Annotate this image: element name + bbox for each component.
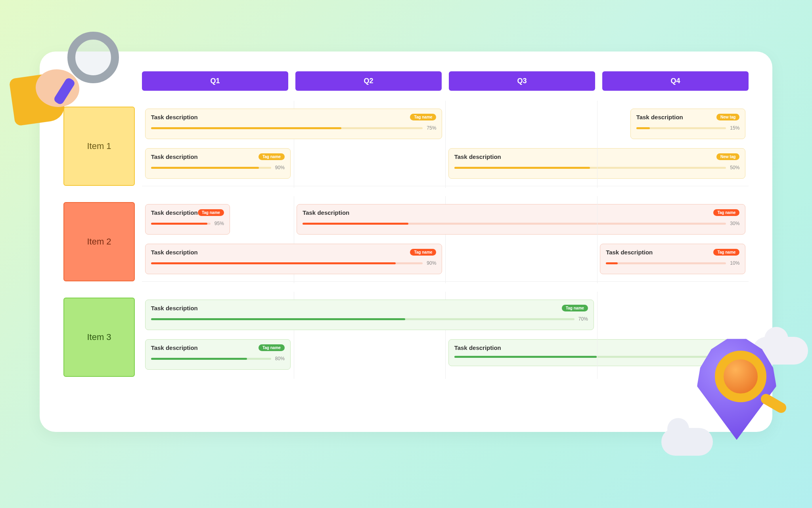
task-title: Task description bbox=[151, 114, 198, 120]
map-pin-magnifier-illustration bbox=[661, 325, 804, 460]
task-card[interactable]: Task descriptionTag name 70% bbox=[145, 300, 594, 330]
column-header-q4[interactable]: Q4 bbox=[602, 71, 749, 91]
progress-track bbox=[151, 167, 271, 169]
progress-fill bbox=[151, 127, 341, 129]
task-card[interactable]: Task descriptionTag name 30% bbox=[297, 204, 745, 235]
progress-percent: 30% bbox=[730, 221, 739, 226]
progress-track bbox=[151, 318, 575, 320]
progress-percent: 75% bbox=[427, 125, 436, 131]
task-tag: New tag bbox=[716, 114, 739, 120]
row-label-item-2[interactable]: Item 2 bbox=[63, 202, 135, 281]
task-tag: Tag name bbox=[713, 249, 739, 256]
progress-track bbox=[151, 262, 423, 264]
progress-percent: 80% bbox=[275, 356, 285, 361]
task-title: Task description bbox=[454, 153, 501, 160]
progress-fill bbox=[454, 356, 597, 358]
progress-percent: 90% bbox=[427, 260, 436, 266]
task-title: Task description bbox=[151, 153, 198, 160]
progress-fill bbox=[151, 223, 208, 225]
task-card[interactable]: Task descriptionNew tag 15% bbox=[630, 109, 746, 139]
column-header-q1[interactable]: Q1 bbox=[142, 71, 288, 91]
task-tag: Tag name bbox=[713, 209, 739, 216]
progress-percent: 95% bbox=[214, 221, 224, 226]
progress-fill bbox=[303, 223, 408, 225]
progress-track bbox=[151, 358, 271, 360]
task-title: Task description bbox=[303, 209, 349, 216]
task-title: Task description bbox=[151, 344, 198, 351]
progress-track bbox=[151, 223, 211, 225]
column-header-q2[interactable]: Q2 bbox=[295, 71, 442, 91]
progress-track bbox=[303, 223, 726, 225]
row-label-item-3[interactable]: Item 3 bbox=[63, 298, 135, 377]
task-tag: Tag name bbox=[562, 305, 588, 311]
progress-percent: 50% bbox=[730, 165, 739, 170]
task-card[interactable]: Task descriptionTag name 10% bbox=[600, 244, 745, 274]
task-title: Task description bbox=[151, 249, 198, 256]
task-tag: Tag name bbox=[259, 153, 285, 160]
progress-track bbox=[151, 127, 423, 129]
task-title: Task description bbox=[151, 305, 198, 311]
task-card[interactable]: Task descriptionTag name 90% bbox=[145, 244, 442, 274]
task-card[interactable]: Task descriptionTag name 75% bbox=[145, 109, 442, 139]
progress-track bbox=[454, 167, 726, 169]
task-title: Task description bbox=[606, 249, 653, 256]
progress-percent: 90% bbox=[275, 165, 285, 170]
progress-track bbox=[636, 127, 726, 129]
progress-fill bbox=[151, 318, 405, 320]
roadmap-panel: Q1 Q2 Q3 Q4 Item 1 Task descriptionTag n… bbox=[40, 52, 772, 432]
progress-fill bbox=[151, 167, 259, 169]
task-title: Task description bbox=[454, 344, 501, 351]
task-card[interactable]: Task descriptionTag name 95% bbox=[145, 204, 230, 235]
task-tag: Tag name bbox=[259, 344, 285, 351]
task-title: Task description bbox=[151, 209, 198, 216]
progress-track bbox=[606, 262, 726, 264]
task-tag: Tag name bbox=[198, 209, 224, 216]
progress-fill bbox=[151, 358, 247, 360]
progress-percent: 10% bbox=[730, 260, 739, 266]
column-header-q3[interactable]: Q3 bbox=[449, 71, 595, 91]
task-title: Task description bbox=[636, 114, 683, 120]
row-1-lanes: Task descriptionTag name 75% Task descri… bbox=[142, 103, 749, 186]
task-tag: New tag bbox=[716, 153, 739, 160]
task-tag: Tag name bbox=[410, 114, 436, 120]
task-card[interactable]: Task descriptionTag name 90% bbox=[145, 148, 291, 179]
progress-percent: 70% bbox=[578, 316, 588, 322]
roadmap-grid: Q1 Q2 Q3 Q4 Item 1 Task descriptionTag n… bbox=[63, 71, 749, 377]
row-3-lanes: Task descriptionTag name 70% Task descri… bbox=[142, 294, 749, 377]
progress-fill bbox=[151, 262, 396, 264]
progress-fill bbox=[636, 127, 650, 129]
task-card[interactable]: Task descriptionNew tag 50% bbox=[448, 148, 746, 179]
task-tag: Tag name bbox=[410, 249, 436, 256]
task-card[interactable]: Task descriptionTag name 80% bbox=[145, 339, 291, 370]
magnifier-hand-illustration bbox=[12, 32, 115, 123]
row-2-lanes: Task descriptionTag name 95% Task descri… bbox=[142, 198, 749, 281]
progress-fill bbox=[606, 262, 618, 264]
progress-fill bbox=[454, 167, 590, 169]
progress-percent: 15% bbox=[730, 125, 739, 131]
